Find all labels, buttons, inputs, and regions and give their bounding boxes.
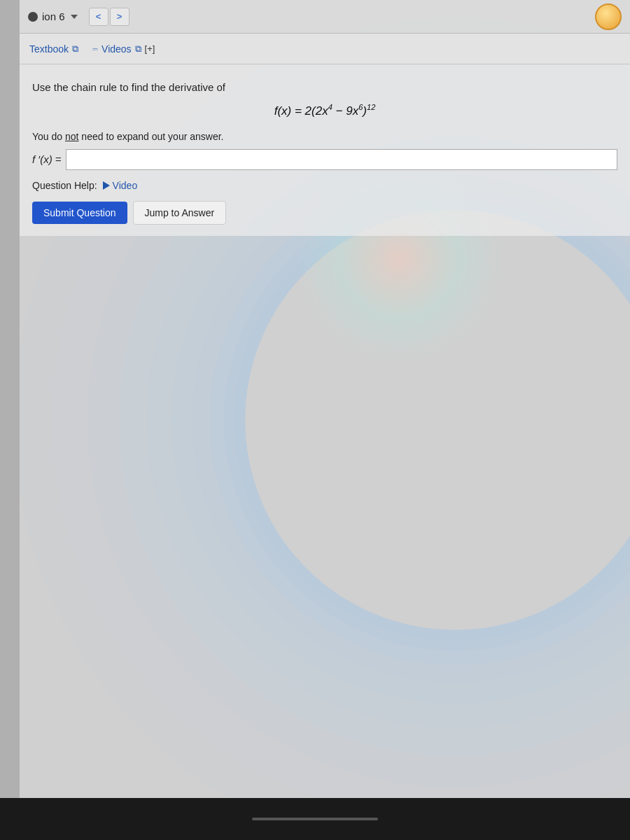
main-content: ion 6 < > Textbook ⧉ ⎓ Videos ⧉ [+] Use … bbox=[20, 0, 630, 840]
question-instruction: Use the chain rule to find the derivativ… bbox=[32, 80, 617, 94]
help-label: Question Help: bbox=[32, 180, 97, 191]
submit-button[interactable]: Submit Question bbox=[32, 202, 127, 224]
dropdown-arrow-icon[interactable] bbox=[71, 15, 78, 19]
header-bar: ion 6 < > bbox=[20, 0, 630, 34]
question-title: ion 6 bbox=[42, 10, 65, 22]
expand-note: You do not need to expand out your answe… bbox=[32, 131, 617, 142]
buttons-row: Submit Question Jump to Answer bbox=[32, 201, 617, 225]
next-button[interactable]: > bbox=[110, 8, 130, 26]
prev-button[interactable]: < bbox=[89, 8, 108, 26]
bottom-bar bbox=[0, 798, 630, 840]
nav-buttons: < > bbox=[89, 8, 130, 26]
textbook-icon: ⧉ bbox=[72, 43, 78, 55]
video-label: Video bbox=[113, 180, 138, 191]
answer-input[interactable] bbox=[66, 149, 617, 170]
question-dot bbox=[28, 12, 38, 22]
textbook-link[interactable]: Textbook ⧉ bbox=[29, 43, 78, 55]
videos-icon: ⎓ bbox=[92, 43, 98, 54]
textbook-label: Textbook bbox=[29, 43, 69, 55]
answer-label: f ′(x) = bbox=[32, 153, 62, 165]
scrollbar-indicator[interactable] bbox=[252, 818, 378, 820]
left-sidebar bbox=[0, 0, 20, 840]
videos-external-icon: ⧉ bbox=[135, 43, 141, 55]
plus-label: [+] bbox=[145, 43, 155, 54]
toolbar: Textbook ⧉ ⎓ Videos ⧉ [+] bbox=[20, 34, 630, 64]
user-avatar bbox=[595, 4, 622, 30]
play-icon bbox=[103, 181, 110, 190]
question-help-row: Question Help: Video bbox=[32, 180, 617, 191]
videos-label: Videos bbox=[102, 43, 132, 55]
math-formula: f(x) = 2(2x4 − 9x6)12 bbox=[32, 103, 617, 118]
header-right bbox=[595, 4, 622, 30]
videos-link[interactable]: ⎓ Videos ⧉ [+] bbox=[92, 43, 155, 55]
question-area: Use the chain rule to find the derivativ… bbox=[20, 64, 630, 236]
jump-to-answer-button[interactable]: Jump to Answer bbox=[133, 201, 227, 225]
video-button[interactable]: Video bbox=[103, 180, 138, 191]
answer-row: f ′(x) = bbox=[32, 149, 617, 170]
